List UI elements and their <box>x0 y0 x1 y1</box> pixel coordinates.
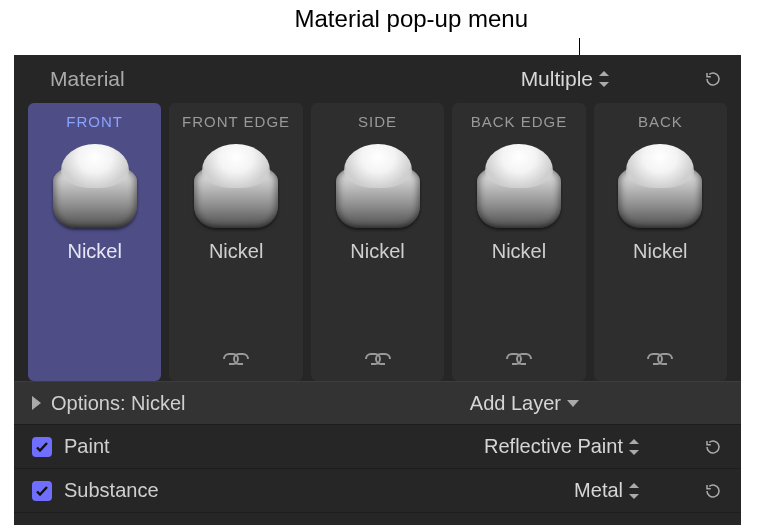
facet-front[interactable]: FRONT Nickel <box>28 103 161 381</box>
reset-icon <box>704 482 722 500</box>
facet-part-label: FRONT <box>66 113 123 130</box>
material-inspector-panel: Material Multiple FRONT Nickel FRONT EDG… <box>14 55 741 525</box>
material-swatch[interactable] <box>188 138 284 230</box>
substance-enable-checkbox[interactable] <box>32 481 52 501</box>
param-row-substance: Substance Metal <box>14 469 741 513</box>
facet-material-name: Nickel <box>209 240 263 263</box>
paint-enable-checkbox[interactable] <box>32 437 52 457</box>
material-header: Material Multiple <box>14 55 741 103</box>
options-row: Options: Nickel Add Layer <box>14 381 741 425</box>
facet-back-edge[interactable]: BACK EDGE Nickel <box>452 103 585 381</box>
material-swatch[interactable] <box>330 138 426 230</box>
substance-value: Metal <box>574 479 623 502</box>
facet-part-label: SIDE <box>358 113 397 130</box>
add-layer-label: Add Layer <box>470 392 561 415</box>
disclosure-triangle-icon[interactable] <box>32 396 41 410</box>
up-down-arrows-icon <box>629 483 639 499</box>
checkmark-icon <box>35 484 49 498</box>
substance-label: Substance <box>64 479 574 502</box>
reset-icon <box>704 438 722 456</box>
material-section-title: Material <box>50 67 521 91</box>
facet-link-toggle[interactable] <box>218 326 254 373</box>
up-down-arrows-icon <box>629 439 639 455</box>
facet-material-name: Nickel <box>350 240 404 263</box>
up-down-arrows-icon <box>599 71 609 87</box>
paint-value: Reflective Paint <box>484 435 623 458</box>
chain-link-icon <box>218 350 254 368</box>
param-row-paint: Paint Reflective Paint <box>14 425 741 469</box>
facet-material-name: Nickel <box>67 240 121 263</box>
substance-reset-button[interactable] <box>703 481 723 501</box>
facet-link-toggle[interactable] <box>642 326 678 373</box>
add-layer-popup[interactable]: Add Layer <box>470 392 727 415</box>
facet-part-label: BACK EDGE <box>471 113 568 130</box>
facet-well-row: FRONT Nickel FRONT EDGE Nickel SIDE Nick… <box>14 103 741 381</box>
facet-part-label: FRONT EDGE <box>182 113 290 130</box>
substance-value-popup[interactable]: Metal <box>574 479 647 502</box>
facet-side[interactable]: SIDE Nickel <box>311 103 444 381</box>
facet-link-toggle[interactable] <box>360 326 396 373</box>
paint-reset-button[interactable] <box>703 437 723 457</box>
facet-part-label: BACK <box>638 113 683 130</box>
reset-icon <box>704 70 722 88</box>
facet-front-edge[interactable]: FRONT EDGE Nickel <box>169 103 302 381</box>
chevron-down-icon <box>567 400 579 407</box>
callout-label: Material pop-up menu <box>295 5 528 33</box>
facet-material-name: Nickel <box>633 240 687 263</box>
material-reset-button[interactable] <box>703 69 723 89</box>
material-swatch[interactable] <box>47 138 143 230</box>
paint-value-popup[interactable]: Reflective Paint <box>484 435 647 458</box>
facet-material-name: Nickel <box>492 240 546 263</box>
material-swatch[interactable] <box>612 138 708 230</box>
chain-link-icon <box>501 350 537 368</box>
facet-link-toggle[interactable] <box>501 326 537 373</box>
chain-link-icon <box>360 350 396 368</box>
chain-link-icon <box>642 350 678 368</box>
material-popup-menu[interactable]: Multiple <box>521 67 703 91</box>
options-label: Options: Nickel <box>51 392 470 415</box>
material-popup-value: Multiple <box>521 67 593 91</box>
facet-back[interactable]: BACK Nickel <box>594 103 727 381</box>
paint-label: Paint <box>64 435 484 458</box>
checkmark-icon <box>35 440 49 454</box>
material-swatch[interactable] <box>471 138 567 230</box>
